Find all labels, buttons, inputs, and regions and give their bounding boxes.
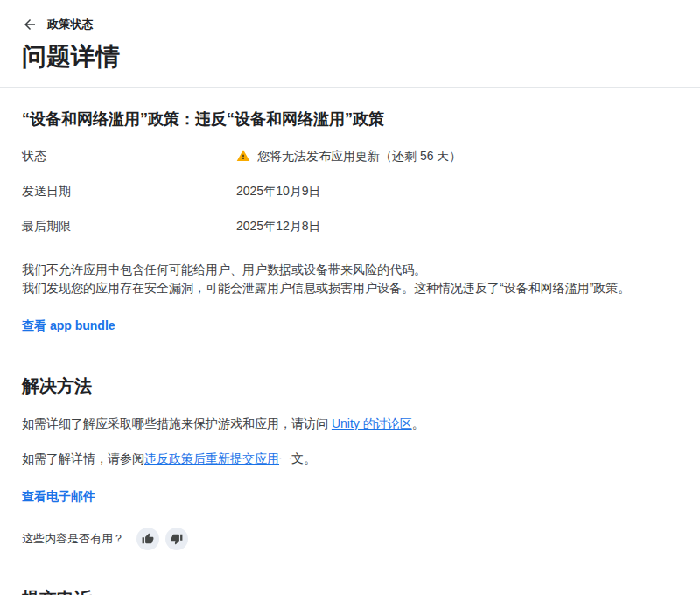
thumbs-down-icon (171, 533, 183, 545)
field-value-deadline: 2025年12月8日 (236, 219, 321, 234)
issue-description: 我们不允许应用中包含任何可能给用户、用户数据或设备带来风险的代码。 我们发现您的… (22, 261, 678, 298)
appeal-heading: 提交申诉 (22, 587, 678, 595)
resolution-heading: 解决方法 (22, 374, 678, 398)
thumbs-down-button[interactable] (165, 528, 188, 550)
feedback-row: 这些内容是否有用？ (22, 528, 678, 550)
view-email-link[interactable]: 查看电子邮件 (22, 489, 95, 505)
resubmit-policy-link[interactable]: 违反政策后重新提交应用 (144, 452, 279, 466)
back-label[interactable]: 政策状态 (47, 17, 94, 32)
view-app-bundle-link[interactable]: 查看 app bundle (22, 318, 116, 334)
resolution-text: 一文。 (279, 452, 316, 466)
thumbs-up-icon (142, 533, 154, 545)
page-title: 问题详情 (22, 42, 678, 72)
header-divider (0, 87, 700, 88)
thumbs-up-button[interactable] (136, 528, 159, 550)
field-value-sent-date: 2025年10月9日 (236, 184, 321, 200)
warning-icon (236, 149, 250, 163)
field-row-deadline: 最后期限 2025年12月8日 (22, 219, 678, 254)
field-row-sent-date: 发送日期 2025年10月9日 (22, 184, 678, 219)
resolution-text: 如需详细了解应采取哪些措施来保护游戏和应用，请访问 (22, 416, 332, 430)
resolution-paragraph-1: 如需详细了解应采取哪些措施来保护游戏和应用，请访问 Unity 的讨论区。 (22, 415, 678, 433)
field-label: 最后期限 (22, 219, 236, 234)
status-text: 您将无法发布应用更新（还剩 56 天） (257, 149, 461, 164)
unity-forum-link[interactable]: Unity 的讨论区 (332, 416, 412, 430)
policy-issue-page: 政策状态 问题详情 “设备和网络滥用”政策：违反“设备和网络滥用”政策 状态 您… (0, 0, 700, 595)
issue-heading: “设备和网络滥用”政策：违反“设备和网络滥用”政策 (22, 108, 678, 130)
field-value-status: 您将无法发布应用更新（还剩 56 天） (236, 149, 461, 164)
resolution-text: 。 (412, 416, 424, 430)
issue-description-line2: 我们发现您的应用存在安全漏洞，可能会泄露用户信息或损害用户设备。这种情况违反了“… (22, 279, 678, 298)
issue-description-line1: 我们不允许应用中包含任何可能给用户、用户数据或设备带来风险的代码。 (22, 261, 678, 279)
resolution-paragraph-2: 如需了解详情，请参阅违反政策后重新提交应用一文。 (22, 450, 678, 468)
field-label: 发送日期 (22, 184, 236, 200)
resolution-text: 如需了解详情，请参阅 (22, 452, 144, 466)
back-arrow-icon[interactable] (22, 17, 38, 32)
feedback-question: 这些内容是否有用？ (22, 531, 124, 547)
breadcrumb: 政策状态 (22, 16, 678, 33)
field-row-status: 状态 您将无法发布应用更新（还剩 56 天） (22, 149, 678, 184)
field-label: 状态 (22, 149, 236, 164)
feedback-buttons (136, 528, 188, 550)
issue-fields: 状态 您将无法发布应用更新（还剩 56 天） 发送日期 2025年10月9日 最… (22, 149, 678, 254)
